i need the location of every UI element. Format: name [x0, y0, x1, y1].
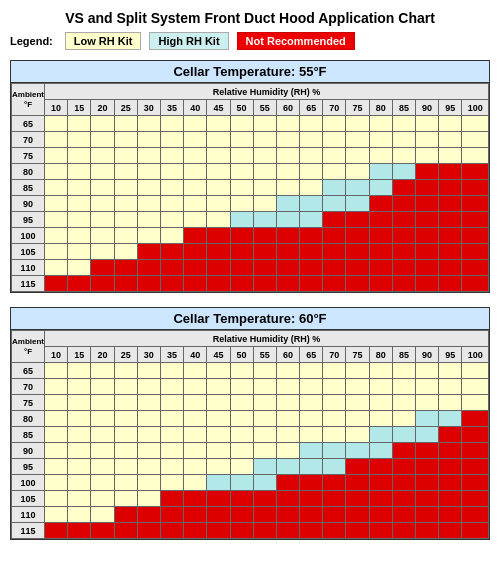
page-title: VS and Split System Front Duct Hood Appl… [10, 10, 490, 26]
legend-prefix: Legend: [10, 35, 53, 47]
chart-55-header: Cellar Temperature: 55°F [11, 61, 489, 83]
legend-not-recommended: Not Recommended [237, 32, 355, 50]
legend-high-rh: High RH Kit [149, 32, 228, 50]
chart-55: Cellar Temperature: 55°F Ambient°FRelati… [10, 60, 490, 293]
chart-60-header: Cellar Temperature: 60°F [11, 308, 489, 330]
legend: Legend: Low RH Kit High RH Kit Not Recom… [10, 32, 490, 50]
chart-60: Cellar Temperature: 60°F Ambient°FRelati… [10, 307, 490, 540]
legend-low-rh: Low RH Kit [65, 32, 142, 50]
